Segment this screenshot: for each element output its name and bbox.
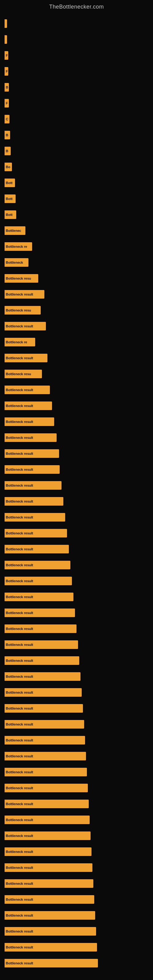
bar-label: Bottleneck re — [6, 340, 27, 344]
bar: Bottleneck result — [5, 640, 78, 649]
bar: Bottleneck result — [5, 816, 90, 824]
bar: Bottleneck result — [5, 784, 88, 792]
bar-label: Bottleneck result — [6, 388, 33, 392]
bar-label: Bottlenec — [6, 229, 21, 232]
bar: Bottleneck result — [5, 529, 67, 538]
bar-row: Bottleneck result — [5, 445, 153, 461]
bar-row: Bottleneck result — [5, 955, 153, 971]
bar-row: Bottleneck result — [5, 939, 153, 955]
bar-label: Bottleneck result — [6, 675, 33, 678]
bar-row: Bottleneck result — [5, 589, 153, 605]
bar: Bottleneck result — [5, 290, 45, 299]
bar: Bottleneck result — [5, 449, 59, 458]
bar-label: Bott — [6, 197, 13, 200]
bar: Bottleneck result — [5, 863, 92, 872]
bar-row: Bottleneck result — [5, 875, 153, 891]
bar: Bottleneck result — [5, 800, 89, 808]
bar: Bottleneck result — [5, 354, 48, 362]
bar-row: Bottleneck re — [5, 239, 153, 255]
bar-label: Bottleneck result — [6, 690, 33, 694]
bars-container: FFBFCBBBoBottBottBottBottlenecBottleneck… — [0, 13, 153, 971]
bar-row: Bottleneck result — [5, 780, 153, 796]
bar-label: Bott — [6, 181, 13, 185]
bar: Bottleneck result — [5, 911, 95, 920]
bar-row: Bottleneck result — [5, 860, 153, 875]
bar-row: Bottleneck result — [5, 668, 153, 684]
bar: Bottleneck result — [5, 545, 69, 554]
bar: Bottleneck result — [5, 752, 86, 760]
bar-row: Bottleneck result — [5, 891, 153, 907]
bar-label: Bottleneck resu — [6, 309, 31, 312]
bar-row: Bottleneck result — [5, 509, 153, 525]
bar-label: Bottleneck result — [6, 452, 33, 455]
bar-label: Bottleneck result — [6, 706, 33, 710]
bar-label: Bottleneck result — [6, 786, 33, 790]
bar-row: F — [5, 48, 153, 64]
bar: Bottleneck result — [5, 561, 70, 569]
bar-label: Bottleneck result — [6, 802, 33, 806]
bar: Bottleneck result — [5, 624, 76, 633]
bar — [5, 35, 7, 44]
bar: Bottleneck result — [5, 656, 79, 665]
bar-label: Bottleneck result — [6, 500, 33, 503]
bar-label: Bottleneck result — [6, 627, 33, 630]
bar-row: Bott — [5, 191, 153, 207]
bar-label: Bottleneck — [6, 261, 23, 264]
bar-row: Bottleneck result — [5, 350, 153, 366]
bar-row — [5, 32, 153, 48]
bar: Bottlenec — [5, 226, 26, 235]
bar-label: C — [6, 117, 8, 121]
bar: F — [5, 99, 9, 108]
bar-label: Bottleneck result — [6, 754, 33, 758]
bar: Bott — [5, 178, 15, 187]
bar-label: F — [6, 54, 8, 57]
bar-label: Bottleneck result — [6, 595, 33, 599]
bar-row: Bottleneck result — [5, 652, 153, 668]
bar-row: Bottleneck resu — [5, 270, 153, 286]
bar-row: B — [5, 79, 153, 95]
bar-row: Bottleneck result — [5, 318, 153, 334]
bar: Bottleneck result — [5, 513, 65, 522]
bar-label: Bottleneck result — [6, 850, 33, 854]
bar-label: Bottleneck result — [6, 611, 33, 615]
bar-row: Bottleneck resu — [5, 302, 153, 318]
bar-row: Bottleneck result — [5, 812, 153, 828]
bar: Bottleneck result — [5, 481, 62, 490]
bar-label: Bottleneck result — [6, 738, 33, 742]
bar-label: B — [6, 86, 8, 89]
bar-label: Bottleneck result — [6, 834, 33, 838]
bar: Bottleneck result — [5, 895, 94, 904]
bar: Bottleneck result — [5, 593, 73, 601]
bar: Bottleneck result — [5, 704, 83, 713]
bar-label: Bottleneck result — [6, 468, 33, 471]
bar-label: Bottleneck result — [6, 515, 33, 519]
bar-label: Bo — [6, 165, 10, 169]
bar-label: Bottleneck result — [6, 404, 33, 407]
bar: Bottleneck result — [5, 433, 57, 442]
bar-row: Bottleneck result — [5, 716, 153, 732]
bar: Bottleneck — [5, 258, 29, 267]
bar-label: Bottleneck result — [6, 356, 33, 360]
bar-label: F — [6, 101, 8, 105]
bar: C — [5, 115, 10, 123]
bar: Bottleneck result — [5, 720, 84, 729]
bar-label: Bottleneck result — [6, 484, 33, 487]
bar-row: Bottleneck result — [5, 764, 153, 780]
bar: Bottleneck re — [5, 338, 35, 346]
bar-row: Bottleneck result — [5, 430, 153, 445]
bar: Bottleneck resu — [5, 274, 38, 283]
bar-row: Bottleneck result — [5, 525, 153, 541]
bar-label: Bottleneck result — [6, 722, 33, 726]
bar-label: Bottleneck result — [6, 293, 33, 296]
bar-row: Bottleneck result — [5, 748, 153, 764]
bar-row: Bottleneck — [5, 255, 153, 270]
bar-row: Bottleneck result — [5, 700, 153, 716]
bar-row: Bottleneck result — [5, 557, 153, 573]
bar-label: Bottleneck result — [6, 436, 33, 439]
bar: Bottleneck result — [5, 879, 93, 888]
bar: Bott — [5, 194, 16, 203]
bar: Bottleneck result — [5, 736, 85, 745]
bar-row: Bottleneck result — [5, 493, 153, 509]
bar-row: Bott — [5, 207, 153, 223]
bar-row: Bottleneck result — [5, 461, 153, 477]
